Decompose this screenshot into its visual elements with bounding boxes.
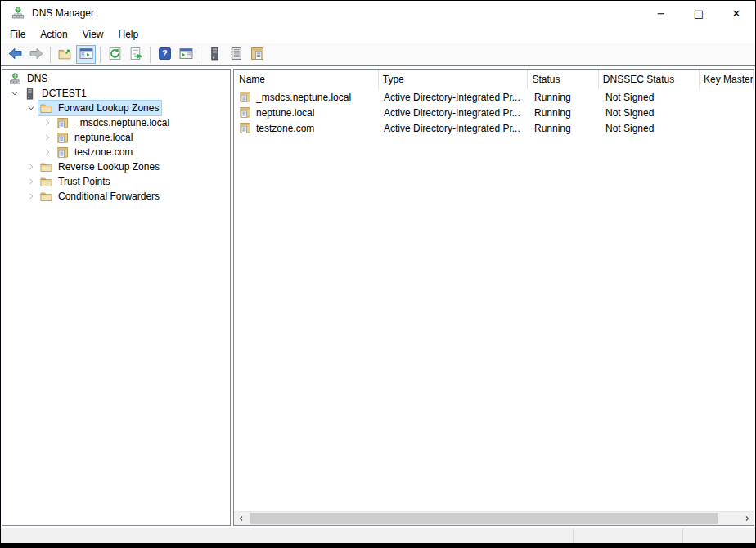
chevron-right-icon[interactable] bbox=[24, 175, 38, 188]
export-list-button[interactable] bbox=[126, 45, 146, 64]
toolbar-separator bbox=[50, 47, 51, 63]
zone-name: _msdcs.neptune.local bbox=[256, 92, 351, 103]
zone-clipboard-button[interactable] bbox=[247, 45, 267, 64]
cell-name: testzone.com bbox=[234, 122, 380, 134]
back-arrow-icon bbox=[8, 47, 22, 63]
tree-item-label: Forward Lookup Zones bbox=[56, 101, 161, 115]
menu-bar: FileActionViewHelp bbox=[1, 25, 755, 43]
toolbar-separator bbox=[100, 47, 101, 63]
horizontal-scrollbar[interactable] bbox=[234, 511, 754, 525]
server-button[interactable] bbox=[205, 45, 224, 64]
scrollbar-track[interactable] bbox=[248, 512, 740, 525]
window-bottom-border bbox=[1, 543, 755, 547]
column-header-dnssec-status[interactable]: DNSSEC Status bbox=[599, 70, 700, 89]
dns-root-icon bbox=[8, 72, 21, 85]
column-header-label: Type bbox=[383, 74, 404, 85]
column-header-label: Name bbox=[239, 74, 265, 85]
toolbar-separator bbox=[150, 47, 151, 63]
cell-name: _msdcs.neptune.local bbox=[234, 91, 380, 103]
cell-type: Active Directory-Integrated Pr... bbox=[380, 92, 530, 103]
forward-button[interactable] bbox=[26, 45, 46, 64]
status-bar bbox=[1, 528, 755, 543]
dns-manager-window: DNS Manager −□✕ FileActionViewHelp DNSDC… bbox=[0, 0, 756, 548]
help-icon bbox=[158, 47, 172, 63]
export-list-icon bbox=[129, 47, 143, 63]
close-button[interactable]: ✕ bbox=[718, 1, 755, 25]
tree-item-forward-lookup-zones[interactable]: Forward Lookup Zones bbox=[2, 101, 230, 115]
zone-icon bbox=[56, 131, 69, 144]
cell-type: Active Directory-Integrated Pr... bbox=[380, 123, 530, 134]
results-pane: NameTypeStatusDNSSEC StatusKey Master _m… bbox=[233, 69, 754, 526]
console-tree-icon bbox=[79, 47, 93, 63]
menu-file[interactable]: File bbox=[2, 27, 33, 42]
records-notebook-button[interactable] bbox=[226, 45, 245, 64]
chevron-right-icon[interactable] bbox=[24, 160, 38, 173]
column-header-name[interactable]: Name bbox=[234, 70, 379, 89]
refresh-button[interactable] bbox=[105, 45, 124, 64]
refresh-icon bbox=[108, 47, 122, 63]
cell-status: Running bbox=[530, 123, 601, 134]
list-row-msdcs-neptune-local[interactable]: _msdcs.neptune.localActive Directory-Int… bbox=[234, 89, 754, 105]
cell-type: Active Directory-Integrated Pr... bbox=[380, 107, 530, 119]
tree-item-label: neptune.local bbox=[72, 131, 135, 144]
cell-dnssec-status: Not Signed bbox=[601, 123, 703, 134]
tree-item-neptune-local[interactable]: neptune.local bbox=[2, 130, 230, 145]
list-row-neptune-local[interactable]: neptune.localActive Directory-Integrated… bbox=[234, 105, 754, 120]
window-controls: −□✕ bbox=[642, 1, 755, 25]
chevron-right-icon[interactable] bbox=[40, 146, 55, 159]
tree-item-label: Trust Points bbox=[56, 175, 113, 188]
zone-icon bbox=[56, 116, 69, 129]
cell-status: Running bbox=[530, 92, 601, 103]
server-icon bbox=[23, 87, 36, 100]
tree-item-dctest1[interactable]: DCTEST1 bbox=[2, 86, 230, 101]
maximize-button[interactable]: □ bbox=[680, 1, 718, 25]
menu-help[interactable]: Help bbox=[111, 27, 146, 42]
console-tree-pane: DNSDCTEST1Forward Lookup Zones_msdcs.nep… bbox=[2, 69, 231, 526]
zone-list: _msdcs.neptune.localActive Directory-Int… bbox=[234, 89, 754, 511]
up-folder-icon bbox=[58, 47, 72, 63]
chevron-right-icon[interactable] bbox=[40, 116, 55, 129]
menu-view[interactable]: View bbox=[75, 27, 111, 42]
show-hide-console-tree-button[interactable] bbox=[76, 45, 96, 64]
cell-status: Running bbox=[530, 107, 601, 119]
menu-action[interactable]: Action bbox=[33, 27, 74, 42]
up-one-level-button[interactable] bbox=[55, 45, 74, 64]
zone-name: testzone.com bbox=[256, 123, 314, 134]
zone-icon bbox=[239, 91, 251, 103]
tree-item-reverse-lookup-zones[interactable]: Reverse Lookup Zones bbox=[2, 159, 230, 174]
notebook-icon bbox=[229, 47, 243, 63]
tree-item-testzone-com[interactable]: testzone.com bbox=[2, 145, 230, 159]
column-header-label: Status bbox=[532, 74, 560, 85]
tree-item-conditional-forwarders[interactable]: Conditional Forwarders bbox=[2, 189, 230, 204]
toolbar-separator bbox=[200, 47, 200, 63]
column-header-type[interactable]: Type bbox=[379, 70, 529, 89]
list-column-headers: NameTypeStatusDNSSEC StatusKey Master bbox=[234, 70, 754, 89]
tree-item-dns[interactable]: DNS bbox=[2, 71, 230, 86]
show-hide-action-pane-button[interactable] bbox=[176, 45, 196, 64]
close-icon: ✕ bbox=[732, 7, 741, 20]
column-header-status[interactable]: Status bbox=[528, 70, 598, 89]
list-row-testzone-com[interactable]: testzone.comActive Directory-Integrated … bbox=[234, 120, 754, 136]
cell-dnssec-status: Not Signed bbox=[601, 107, 703, 119]
title-bar: DNS Manager −□✕ bbox=[1, 1, 755, 25]
chevron-down-icon[interactable] bbox=[7, 87, 22, 100]
chevron-right-icon[interactable] bbox=[24, 190, 38, 203]
tree-item-label: testzone.com bbox=[72, 146, 135, 159]
scrollbar-thumb[interactable] bbox=[250, 513, 718, 524]
zone-name: neptune.local bbox=[256, 107, 314, 119]
chevron-right-icon[interactable] bbox=[40, 131, 55, 144]
back-button[interactable] bbox=[5, 45, 25, 64]
zone-icon bbox=[239, 106, 251, 119]
column-header-key-master[interactable]: Key Master bbox=[700, 70, 754, 89]
help-button[interactable] bbox=[155, 45, 174, 64]
chevron-left-icon bbox=[238, 515, 245, 522]
minimize-button[interactable]: − bbox=[642, 1, 680, 25]
scroll-left-button[interactable] bbox=[234, 512, 248, 525]
chevron-down-icon[interactable] bbox=[24, 101, 38, 115]
cell-name: neptune.local bbox=[234, 106, 380, 119]
folder-icon bbox=[39, 175, 52, 188]
tree-item-msdcs-neptune-local[interactable]: _msdcs.neptune.local bbox=[2, 115, 230, 130]
scroll-right-button[interactable] bbox=[740, 512, 754, 525]
tree-item-trust-points[interactable]: Trust Points bbox=[2, 174, 230, 189]
zone-clipboard-icon bbox=[250, 47, 264, 63]
